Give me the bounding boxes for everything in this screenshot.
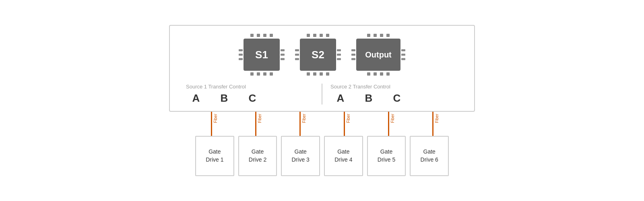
- source2-phase-labels: A B C: [334, 92, 403, 105]
- gate-drive-label-1: Gate Drive 1: [206, 148, 223, 164]
- chip-output-pins-top: [367, 34, 390, 37]
- pin: [295, 49, 299, 51]
- gate-drive-label-3: Gate Drive 3: [292, 148, 310, 164]
- gate-drive-label-2: Gate Drive 2: [249, 148, 266, 164]
- chip-s1-pins-top: [250, 34, 273, 37]
- pin: [313, 72, 316, 76]
- chip-output: Output: [356, 34, 400, 76]
- chip-s2-pins-bottom: [307, 72, 329, 76]
- pin: [380, 34, 383, 37]
- pin: [326, 34, 329, 37]
- chip-s2-pins-left: [295, 49, 299, 60]
- gate-drive-box-1: Gate Drive 1: [195, 136, 234, 176]
- fiber-line-3: [299, 112, 301, 136]
- source1-phase-a: A: [190, 92, 202, 105]
- fiber-line-4: [344, 112, 345, 136]
- pin: [351, 54, 355, 56]
- gate-drive-box-2: Gate Drive 2: [238, 136, 277, 176]
- pin: [239, 58, 243, 60]
- chip-output-label: Output: [365, 50, 392, 59]
- sections-row: Source 1 Transfer Control A B C Source 2…: [182, 84, 462, 105]
- pin: [337, 58, 341, 60]
- pin: [239, 49, 243, 51]
- source2-phase-c: C: [391, 92, 403, 105]
- gate-drive-label-4: Gate Drive 4: [334, 148, 352, 164]
- top-box: S1: [169, 25, 475, 112]
- pin: [337, 49, 341, 51]
- fiber-line-1: [211, 112, 212, 136]
- chip-output-pins-right: [401, 49, 405, 60]
- chip-s2-pins-top: [307, 34, 329, 37]
- source2-phase-a: A: [334, 92, 347, 105]
- fiber-label-6: Fiber: [435, 114, 439, 123]
- pin: [337, 54, 341, 56]
- source1-title: Source 1 Transfer Control: [186, 84, 246, 90]
- fiber-3: Fiber: [282, 112, 318, 136]
- pin: [281, 49, 285, 51]
- source1-phase-c: C: [246, 92, 258, 105]
- chip-s2-pins-right: [337, 49, 341, 60]
- source1-phase-labels: A B C: [190, 92, 258, 105]
- source1-section: Source 1 Transfer Control A B C: [182, 84, 318, 105]
- pin: [374, 72, 377, 76]
- fiber-6: Fiber: [415, 112, 451, 136]
- chip-s1: S1: [244, 34, 280, 76]
- gate-drive-box-3: Gate Drive 3: [281, 136, 320, 176]
- gate-drive-label-6: Gate Drive 6: [421, 148, 438, 164]
- chip-s1-pins-left: [239, 49, 243, 60]
- pin: [250, 72, 254, 76]
- pin: [351, 58, 355, 60]
- pin: [367, 72, 370, 76]
- chip-s1-pins-right: [281, 49, 285, 60]
- chip-s2: S2: [300, 34, 336, 76]
- pin: [351, 49, 355, 51]
- pin: [326, 72, 329, 76]
- fiber-line-6: [432, 112, 433, 136]
- gate-drive-box-4: Gate Drive 4: [324, 136, 363, 176]
- gate-drives-row: Gate Drive 1 Gate Drive 2 Gate Drive 3 G…: [189, 136, 455, 176]
- pin: [263, 72, 266, 76]
- source2-phase-b: B: [363, 92, 375, 105]
- fiber-label-3: Fiber: [302, 114, 306, 123]
- pin: [295, 58, 299, 60]
- pin: [250, 34, 254, 37]
- pin: [270, 34, 273, 37]
- pin: [239, 54, 243, 56]
- pin: [401, 54, 405, 56]
- source2-section: Source 2 Transfer Control A B C: [326, 84, 462, 105]
- chip-s2-label: S2: [312, 49, 324, 61]
- pin: [307, 34, 310, 37]
- fiber-label-4: Fiber: [346, 114, 351, 123]
- pin: [281, 54, 285, 56]
- fiber-5: Fiber: [370, 112, 407, 136]
- fiber-connections-row: Fiber Fiber Fiber Fiber Fiber: [189, 112, 455, 136]
- pin: [401, 58, 405, 60]
- pin: [257, 34, 260, 37]
- fiber-line-5: [388, 112, 389, 136]
- fiber-4: Fiber: [326, 112, 362, 136]
- fiber-line-2: [255, 112, 256, 136]
- chip-output-pins-left: [351, 49, 355, 60]
- pin: [257, 72, 260, 76]
- gate-drive-box-6: Gate Drive 6: [410, 136, 449, 176]
- gate-drive-label-5: Gate Drive 5: [378, 148, 395, 164]
- pin: [320, 34, 323, 37]
- pin: [374, 34, 377, 37]
- source2-title: Source 2 Transfer Control: [330, 84, 390, 90]
- pin: [270, 72, 273, 76]
- pin: [281, 58, 285, 60]
- pin: [386, 72, 390, 76]
- chip-s2-body: S2: [300, 39, 336, 71]
- pin: [307, 72, 310, 76]
- pin: [386, 34, 390, 37]
- pin: [295, 54, 299, 56]
- fiber-2: Fiber: [237, 112, 274, 136]
- section-divider: [322, 84, 322, 105]
- pin: [367, 34, 370, 37]
- source1-phase-b: B: [218, 92, 230, 105]
- chip-output-body: Output: [356, 39, 400, 71]
- pin: [263, 34, 266, 37]
- chip-s1-pins-bottom: [250, 72, 273, 76]
- fiber-label-2: Fiber: [258, 114, 262, 123]
- chip-output-pins-bottom: [367, 72, 390, 76]
